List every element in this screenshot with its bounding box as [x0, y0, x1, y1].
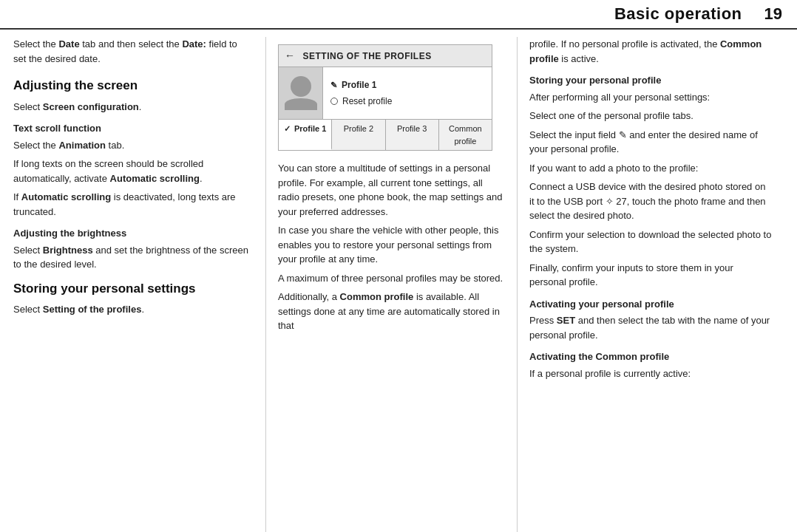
set-bold: SET [557, 315, 575, 326]
personal-profile-active-text: If a personal profile is currently activ… [529, 366, 772, 381]
animation-tab-text: Select the Animation tab. [13, 138, 252, 153]
animation-bold: Animation [58, 140, 106, 151]
profile-widget-body: ✎ Profile 1 Reset profile [279, 67, 492, 119]
screen-config-text: Select Screen configuration. [13, 100, 252, 115]
middle-para1: You can store a multitude of settings in… [278, 161, 505, 219]
profile-avatar [279, 67, 323, 119]
activating-common-profile-heading: Activating the Common profile [529, 349, 772, 364]
avatar-body [285, 98, 317, 110]
profile-option-reset[interactable]: Reset profile [330, 95, 392, 108]
profile-tab-common[interactable]: Common profile [439, 120, 492, 150]
profile-option-1[interactable]: ✎ Profile 1 [330, 78, 392, 92]
auto-scroll-bold2: Automatic scrolling [21, 191, 111, 202]
tab-common-label: Common profile [449, 124, 482, 146]
column-right: profile. If no personal profile is activ… [518, 37, 784, 532]
reset-profile-label: Reset profile [342, 95, 392, 108]
add-photo-text: If you want to add a photo to the profil… [529, 161, 772, 176]
storing-personal-settings-heading: Storing your personal settings [13, 279, 252, 299]
pencil-icon2: ✎ [619, 129, 627, 140]
avatar-head [291, 76, 311, 97]
common-profile-bold2: Common profile [529, 38, 762, 64]
middle-para2: In case you share the vehicle with other… [278, 223, 505, 267]
common-profile-bold: Common profile [340, 291, 414, 302]
brightness-bold: Brightness [43, 245, 93, 256]
screen-config-bold: Screen configuration [43, 101, 139, 112]
after-settings-text: After performing all your personal setti… [529, 90, 772, 105]
usb-device-text: Connect a USB device with the desired ph… [529, 180, 772, 223]
press-set-text: Press SET and then select the tab with t… [529, 313, 772, 342]
text-scroll-heading: Text scroll function [13, 121, 252, 136]
activating-personal-profile-heading: Activating your personal profile [529, 297, 772, 312]
page-number: 19 [764, 4, 782, 24]
back-arrow-icon: ← [285, 48, 296, 64]
profile-widget: ← SETTING OF THE PROFILES ✎ Profile 1 [278, 44, 492, 151]
page-header: Basic operation 19 [0, 0, 797, 30]
confirm-selection-text: Confirm your selection to download the s… [529, 228, 772, 256]
profile-widget-title: SETTING OF THE PROFILES [303, 50, 432, 63]
tab-2-label: Profile 2 [344, 124, 373, 133]
setting-profiles-bold: Setting of the profiles [43, 304, 142, 315]
pencil-icon: ✎ [330, 79, 337, 92]
select-input-field-text: Select the input field ✎ and enter the d… [529, 128, 772, 157]
date-field-bold: Date: [182, 38, 206, 50]
column-middle: ← SETTING OF THE PROFILES ✎ Profile 1 [266, 37, 518, 532]
setting-profiles-text: Select Setting of the profiles. [13, 302, 252, 317]
main-content: Select the Date tab and then select the … [0, 30, 797, 532]
profile-1-label: Profile 1 [342, 78, 376, 92]
adjusting-brightness-heading: Adjusting the brightness [13, 226, 252, 241]
profile-tab-3[interactable]: Profile 3 [386, 120, 439, 150]
brightness-text: Select Brightness and set the brightness… [13, 243, 252, 272]
middle-para3: A maximum of three personal profiles may… [278, 271, 505, 286]
date-bold: Date [58, 38, 79, 50]
profile-tab-2[interactable]: Profile 2 [332, 120, 385, 150]
checkmark-icon: ✓ [284, 124, 291, 133]
radio-icon [330, 98, 338, 105]
column-left: Select the Date tab and then select the … [0, 37, 266, 532]
profile-options: ✎ Profile 1 Reset profile [323, 67, 399, 119]
profile-widget-header: ← SETTING OF THE PROFILES [279, 45, 492, 67]
tab-3-label: Profile 3 [397, 124, 427, 133]
right-intro: profile. If no personal profile is activ… [529, 37, 772, 66]
tab-1-label: Profile 1 [294, 124, 326, 133]
profile-widget-footer: ✓ Profile 1 Profile 2 Profile 3 Common p… [279, 119, 492, 150]
auto-scroll-bold: Automatic scrolling [110, 173, 200, 184]
select-profile-tab-text: Select one of the personal profile tabs. [529, 109, 772, 123]
page-title: Basic operation [614, 4, 742, 24]
auto-scroll-deactivated-text: If Automatic scrolling is deactivated, l… [13, 190, 252, 219]
auto-scroll-text: If long texts on the screen should be sc… [13, 157, 252, 185]
middle-para4: Additionally, a Common profile is availa… [278, 290, 505, 333]
intro-paragraph: Select the Date tab and then select the … [13, 37, 252, 66]
storing-personal-profile-heading: Storing your personal profile [529, 73, 772, 88]
profile-tab-1[interactable]: ✓ Profile 1 [279, 120, 332, 150]
page: Basic operation 19 Select the Date tab a… [0, 0, 797, 532]
adjusting-screen-heading: Adjusting the screen [13, 76, 252, 95]
confirm-inputs-text: Finally, confirm your inputs to store th… [529, 261, 772, 290]
